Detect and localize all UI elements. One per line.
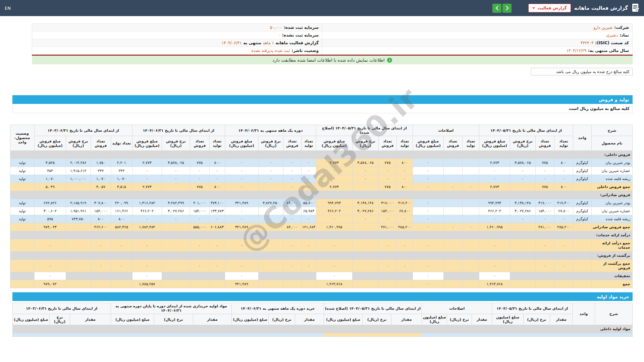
data-cell: ۱۵۴,۰۰۰ [536,207,554,215]
data-cell: ۱,۴۶۳,۷۶۸ [316,280,352,288]
data-cell: ۰ [554,260,573,272]
data-cell: ۸۰۰ [111,215,132,223]
data-cell: ۰ [510,215,536,223]
data-cell: ۴۵۴ [34,167,66,175]
data-cell: ۰ [301,215,316,223]
data-cell [554,272,573,280]
info-value[interactable]: دشیری [606,33,618,38]
column-subheader: تعداد فروش [283,136,301,151]
info-label: وضعیت ناشر: [291,48,319,53]
codal-report-page: گزارش فعالیت ماهانه گزارش فعالیت EN شرکت… [0,0,644,362]
report-type-button[interactable]: گزارش فعالیت [528,4,571,12]
data-cell: ۷۷۵ [536,183,554,191]
data-cell [554,231,573,239]
column-subheader: مبلغ (میلیون ریال) [422,314,447,325]
row-label: جمع برگشت از فروش [592,260,633,272]
data-cell: ۹۹۴,۷۹۳ [316,199,352,207]
production-sales-table-body: فروش داخلی:پودر شیرین بیانکیلوگرم۸۰۰۷۷۵۳… [10,151,632,288]
info-row: گزارش فعالیت ماهانه۱ ماههمنتهی به۱۴۰۴/۰۶… [32,39,322,47]
data-cell: ۰ [443,223,462,231]
data-cell [66,191,91,199]
table-subheader-row: نام محصولتعداد تولیدتعداد فروشنرخ فروش (… [10,136,632,151]
info-value: ۰ [278,33,280,38]
data-cell: ۲,۷۷۳ [132,183,162,191]
column-subheader: تعداد تولید [396,136,413,151]
data-cell [443,167,462,175]
column-group-header: دوره یک ماهه منتهی به ۱۴۰۴/۰۶/۳۱ [225,125,316,136]
data-cell [462,215,479,223]
data-cell [283,272,301,280]
data-cell [258,223,283,231]
data-cell: ۰ [132,167,162,175]
unit-cell [573,231,592,239]
data-cell: ۰ [413,239,443,252]
data-cell [301,151,316,159]
unit-cell [573,239,592,252]
data-cell [66,239,91,252]
production-sales-table-head: شرحواحداز ابتدای سال مالی تا تاریخ ۱۴۰۴/… [10,125,632,151]
language-toggle[interactable]: EN [5,6,11,11]
column-subheader: مقدار [70,314,111,325]
data-cell: ۰ [225,215,258,223]
data-cell [462,239,479,252]
data-cell: ۳,۱۳۸,۱۴۸ [510,199,536,207]
data-cell [462,191,479,199]
data-cell [447,333,472,337]
data-cell [66,272,91,280]
row-label: عصاره شیرین بیان [592,207,633,215]
data-cell: ۰ [413,215,443,223]
data-cell [225,191,258,199]
info-row: شرکت:شیرین دارو [322,24,632,32]
column-header-product-name: نام محصول [592,136,633,151]
data-cell [209,272,225,280]
data-cell: ۰ [301,183,316,191]
data-cell: ۰ [209,260,225,272]
data-cell [269,325,295,333]
info-value[interactable]: شیرین دارو [593,25,612,30]
data-cell [536,280,554,288]
data-cell: ۰ [225,175,258,183]
data-cell: ۳,۰۲۷,۲۸۶ [510,207,536,215]
data-cell: ۰ [396,239,413,252]
table-group-row: فروش داخلی: [10,151,632,159]
data-cell: ۰ [536,260,554,272]
data-cell [91,272,111,280]
data-cell [462,167,479,175]
next-report-button[interactable] [502,4,512,13]
data-cell: ۰ [34,272,66,280]
raw-materials-table: شرحواحداز ابتدای سال مالی تا تاریخ ۱۴۰۴/… [12,303,633,337]
data-cell: ۰ [111,260,132,272]
data-cell [443,175,462,183]
chevron-right-icon [505,6,509,10]
data-cell [316,191,352,199]
data-cell [66,280,91,288]
million-rial-note: کلیه مبالغ درج شده به میلیون ریال می باش… [531,68,633,75]
data-cell: ۰ [462,183,479,191]
data-cell: ۰ [413,280,443,288]
data-cell: ۰ [479,215,510,223]
table-row: پودر شیرین بیانکیلوگرم۴۱۷,۴۰۰۳۱۷,۰۰۰۳,۱۳… [10,199,632,207]
prev-report-button[interactable] [492,4,501,13]
data-cell [258,231,283,239]
data-cell [443,272,462,280]
data-cell [225,231,258,239]
data-cell: ۰ [283,183,301,191]
data-cell: ۰ [396,260,413,272]
data-cell [378,280,396,288]
data-cell [34,252,66,260]
data-cell: ۰ [225,183,258,191]
data-cell: ۰ [190,260,209,272]
data-cell: ۴۸۵,۲۰۰ [396,223,413,231]
data-cell [49,333,70,337]
report-type-label: گزارش فعالیت [537,6,567,10]
data-cell: ۰ [209,239,225,252]
data-cell [443,199,462,207]
unit-cell [573,333,595,337]
column-header-sharh: شرح [595,303,633,325]
data-cell: ۰ [396,175,413,183]
data-cell: ۲,۷۷۳ [479,159,510,167]
data-cell [258,191,283,199]
company-info-grid: شرکت:شیرین دارونماد:دشیریکد صنعت (ISIC):… [32,23,633,55]
column-subheader: نرخ (ریال) [49,314,70,325]
data-cell [301,191,316,199]
